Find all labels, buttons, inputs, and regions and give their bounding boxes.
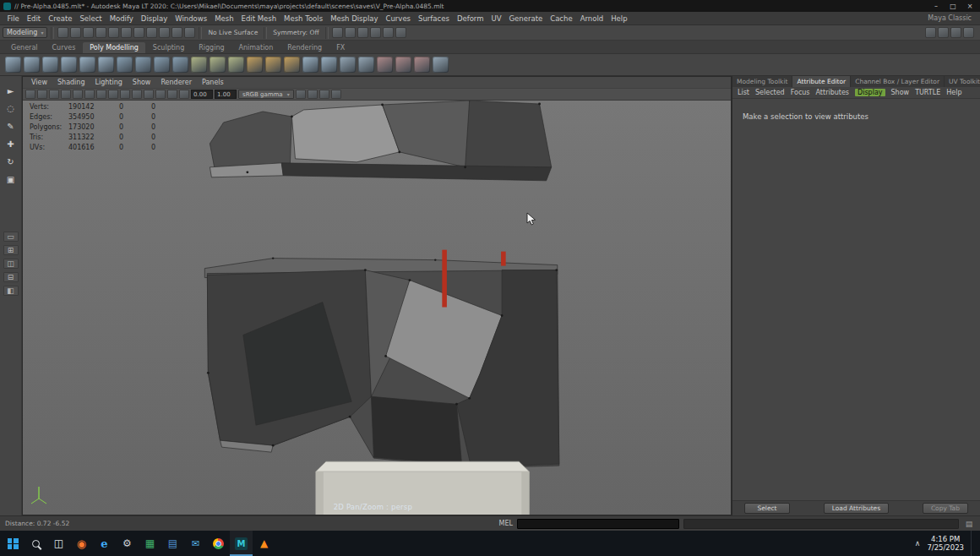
close-button[interactable]: × [963, 3, 977, 10]
use-all-lights-icon[interactable] [144, 90, 154, 99]
select-button[interactable]: Select [744, 503, 790, 514]
make-live-icon[interactable] [184, 27, 195, 38]
layout-four-pane[interactable]: ⊞ [3, 245, 19, 255]
settings-icon[interactable]: ⚙ [116, 531, 139, 556]
two-d-pan-zoom-icon[interactable] [84, 90, 95, 99]
panel-menu-item[interactable]: Shading [52, 79, 90, 86]
tray-expand-icon[interactable]: ∧ [915, 539, 921, 548]
snap-to-grid-icon[interactable] [121, 27, 132, 38]
open-scene-icon[interactable] [70, 27, 81, 38]
combine-icon[interactable] [340, 57, 356, 73]
separate-icon[interactable] [358, 57, 374, 73]
firefox-icon[interactable]: ◉ [70, 531, 93, 556]
show-desktop-button[interactable] [971, 531, 975, 556]
sidebar-tab[interactable]: Modeling Toolkit [732, 76, 792, 87]
boolean-union-icon[interactable] [377, 57, 393, 73]
center-pivot-icon[interactable] [433, 57, 449, 73]
textured-icon[interactable] [132, 90, 142, 99]
layout-two-pane-stacked[interactable]: ⊟ [3, 272, 19, 282]
tool-settings-toggle-icon[interactable] [950, 27, 961, 38]
x-ray-icon[interactable] [308, 90, 318, 99]
taskbar-clock[interactable]: 4:16 PM 7/25/2023 [927, 535, 964, 552]
viewport-renderer-icon[interactable] [331, 90, 341, 99]
layout-two-pane-side[interactable]: ◫ [3, 259, 19, 269]
extrude-icon[interactable] [191, 57, 207, 73]
mirror-icon[interactable] [302, 57, 318, 73]
chrome-icon[interactable] [207, 531, 230, 556]
isolate-select-icon[interactable] [296, 90, 306, 99]
attribute-editor-menu-item[interactable]: TURTLE [915, 89, 940, 96]
poly-sphere-icon[interactable] [5, 57, 21, 73]
shaded-icon[interactable] [120, 90, 130, 99]
channel-box-toggle-icon[interactable] [963, 27, 974, 38]
snap-to-point-icon[interactable] [146, 27, 157, 38]
construction-history-icon[interactable] [357, 27, 368, 38]
lock-camera-icon[interactable] [37, 90, 47, 99]
menu-item[interactable]: Edit Mesh [237, 14, 280, 23]
image-plane-icon[interactable] [73, 90, 83, 99]
menu-item[interactable]: Deform [453, 14, 487, 23]
multi-cut-icon[interactable] [247, 57, 263, 73]
symmetry-label[interactable]: Symmetry: Off [270, 29, 321, 36]
menu-item[interactable]: Modify [106, 14, 137, 23]
grease-pencil-icon[interactable] [96, 90, 106, 99]
poly-cube-icon[interactable] [24, 57, 40, 73]
minimize-button[interactable]: – [929, 3, 943, 10]
sidebar-tab[interactable]: Channel Box / Layer Editor [851, 76, 945, 87]
output-connections-icon[interactable] [345, 27, 356, 38]
layout-outliner-persp[interactable]: ◧ [3, 286, 19, 296]
screen-space-ao-icon[interactable] [167, 90, 177, 99]
snap-to-curve-icon[interactable] [133, 27, 144, 38]
shelf-tab[interactable]: Animation [232, 42, 280, 53]
attribute-editor-menu-item[interactable]: Show [891, 89, 910, 96]
bridge-icon[interactable] [228, 57, 244, 73]
shelf-tab[interactable]: Poly Modelling [83, 42, 145, 53]
menu-item[interactable]: Display [137, 14, 171, 23]
attribute-editor-menu-item[interactable]: Selected [755, 89, 785, 96]
render-settings-icon[interactable] [395, 27, 406, 38]
shelf-tab[interactable]: Rigging [192, 42, 231, 53]
redo-icon[interactable] [108, 27, 119, 38]
smooth-icon[interactable] [321, 57, 337, 73]
menu-item[interactable]: Windows [172, 14, 211, 23]
scale-tool[interactable]: ▣ [3, 173, 19, 186]
menu-item[interactable]: Help [607, 14, 631, 23]
viewport-canvas[interactable]: Verts: 190142 0 0 Edges: 354950 0 0 [23, 101, 731, 515]
snap-to-projected-center-icon[interactable] [159, 27, 170, 38]
poly-cylinder-icon[interactable] [42, 57, 58, 73]
menu-item[interactable]: Curves [382, 14, 415, 23]
poly-disc-icon[interactable] [117, 57, 133, 73]
edge-icon[interactable]: e [93, 531, 116, 556]
mail-icon[interactable]: ✉ [184, 531, 207, 556]
shelf-tab[interactable]: FX [329, 42, 351, 53]
menu-item[interactable]: Surfaces [415, 14, 454, 23]
wireframe-icon[interactable] [108, 90, 118, 99]
rotate-tool[interactable]: ↻ [3, 155, 19, 168]
menu-item[interactable]: Mesh Display [327, 14, 382, 23]
layout-single-pane[interactable]: ▭ [3, 232, 19, 242]
menu-item[interactable]: UV [487, 14, 505, 23]
poly-helix-icon[interactable] [172, 57, 188, 73]
exposure-field[interactable]: 0.00 [191, 90, 213, 99]
input-connections-icon[interactable] [332, 27, 343, 38]
start-button[interactable] [2, 531, 24, 556]
maya-icon[interactable]: M [230, 531, 253, 556]
view-transform-selector[interactable]: sRGB gamma ▾ [238, 90, 294, 99]
mel-toggle[interactable]: MEL [499, 520, 513, 527]
shelf-tab[interactable]: Curves [46, 42, 83, 53]
gamma-field[interactable]: 1.00 [215, 90, 237, 99]
attribute-editor-menu-item[interactable]: Focus [791, 89, 810, 96]
search-icon[interactable] [24, 531, 47, 556]
panel-menu-item[interactable]: Lighting [90, 79, 127, 86]
attribute-editor-menu-item[interactable]: Display [855, 89, 885, 96]
platonic-solid-icon[interactable] [135, 57, 151, 73]
command-input[interactable] [517, 519, 679, 529]
panel-menu-item[interactable]: Show [128, 79, 156, 86]
scene-geometry[interactable] [23, 101, 731, 515]
modeling-toolkit-toggle-icon[interactable] [925, 27, 936, 38]
maximize-button[interactable]: □ [946, 3, 960, 10]
copy-tab-button[interactable]: Copy Tab [923, 503, 968, 514]
menu-item[interactable]: Mesh [211, 14, 237, 23]
sidebar-tab[interactable]: Attribute Editor [792, 76, 851, 87]
ipr-render-icon[interactable] [383, 27, 394, 38]
